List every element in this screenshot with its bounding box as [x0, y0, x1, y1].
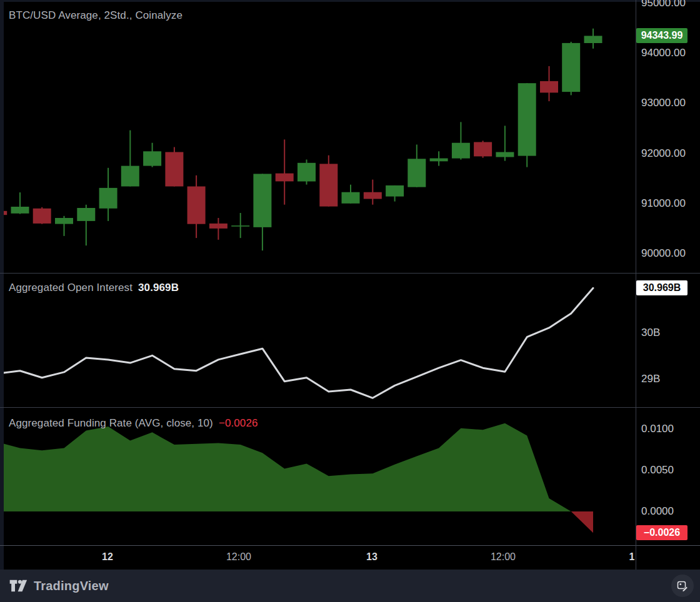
candle [319, 155, 338, 207]
oi-pane-title[interactable]: Aggregated Open Interest30.969B [9, 282, 179, 294]
candle [452, 122, 470, 159]
edit-image-icon [676, 580, 689, 592]
top-margin [0, 0, 700, 2]
time-axis[interactable]: 1212:001312:001 [0, 546, 700, 570]
candle [209, 218, 228, 240]
candle [165, 147, 183, 187]
candle [540, 66, 558, 101]
candle [518, 83, 536, 167]
time-label: 12:00 [478, 551, 528, 563]
funding-title-value: −0.0026 [219, 417, 258, 429]
axis-tick: 0.0050 [641, 464, 674, 476]
pane-separator-price-oi[interactable] [0, 273, 700, 274]
footer-bar: TradingView [0, 570, 700, 602]
funding-pane-title[interactable]: Aggregated Funding Rate (AVG, close, 10)… [9, 417, 258, 430]
oi-line [0, 288, 593, 398]
candle [276, 139, 294, 204]
candle [496, 126, 514, 160]
axis-tick: 94000.00 [641, 47, 686, 59]
candle [474, 141, 492, 157]
oi-title-label: Aggregated Open Interest [9, 282, 132, 294]
candle [11, 192, 29, 214]
candle [33, 207, 51, 224]
time-label: 13 [347, 551, 397, 563]
time-label: 12 [82, 551, 132, 563]
oi-title-value: 30.969B [138, 282, 179, 294]
chart-app: BTC/USD Average, 2Std., Coinalyze Aggreg… [0, 0, 700, 602]
tradingview-icon [9, 578, 28, 593]
funding-area-positive [0, 423, 593, 533]
brand-name: TradingView [34, 579, 109, 593]
candle [143, 143, 161, 167]
funding-title-label: Aggregated Funding Rate (AVG, close, 10) [9, 417, 213, 429]
axis-tick: 95000.00 [641, 0, 686, 9]
last-price-badge: 94343.99 [636, 28, 688, 43]
time-label: 12:00 [214, 551, 264, 563]
axis-tick: 30B [641, 327, 660, 339]
axis-tick: 93000.00 [641, 97, 686, 109]
axis-tick: 92000.00 [641, 147, 686, 160]
candle [408, 145, 426, 187]
symbol-title[interactable]: BTC/USD Average, 2Std., Coinalyze [9, 9, 182, 22]
candle [99, 168, 118, 221]
candle [77, 205, 95, 245]
candle [562, 42, 580, 95]
candle [188, 175, 206, 238]
candle [430, 151, 448, 165]
oi-value-badge: 30.969B [636, 280, 688, 295]
candle [55, 216, 73, 236]
axis-tick: 29B [641, 373, 660, 385]
candle [121, 131, 139, 187]
axis-tick: 91000.00 [641, 197, 686, 210]
axis-tick: 0.0000 [641, 505, 674, 518]
candle [298, 160, 316, 185]
tradingview-logo[interactable]: TradingView [9, 578, 109, 593]
candle [253, 174, 271, 250]
candle [342, 185, 360, 204]
candle [386, 185, 404, 202]
candle [584, 29, 602, 49]
time-label: 1 [607, 551, 657, 563]
candle [231, 213, 249, 238]
edit-image-button[interactable] [671, 575, 694, 597]
left-margin [0, 0, 4, 570]
pane-separator-oi-funding[interactable] [0, 407, 700, 408]
candle [364, 180, 382, 205]
funding-value-badge: −0.0026 [636, 525, 688, 540]
price-axis[interactable]: 94343.99 30.969B −0.0026 95000.0094000.0… [636, 0, 700, 570]
axis-tick: 0.0100 [641, 423, 674, 435]
axis-tick: 90000.00 [641, 247, 686, 260]
